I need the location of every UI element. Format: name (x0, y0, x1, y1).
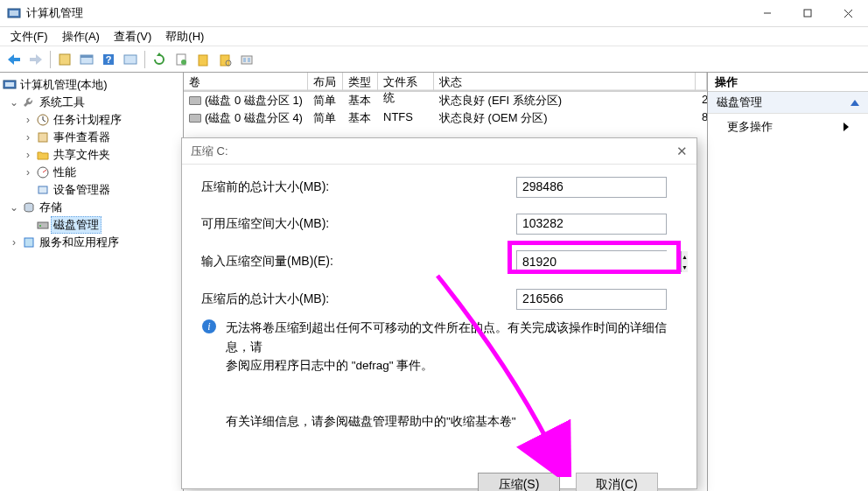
col-end[interactable] (696, 73, 707, 91)
spinner-down-button[interactable]: ▼ (682, 262, 688, 272)
col-fs[interactable]: 文件系统 (378, 73, 434, 91)
svg-text:i: i (207, 320, 210, 333)
tree-services[interactable]: › 服务和应用程序 (2, 234, 181, 251)
cell-layout: 简单 (308, 109, 343, 127)
svg-point-32 (39, 225, 41, 227)
tree-pane: 计算机管理(本地) ⌄ 系统工具 › 任务计划程序 › 事件查看器 › 共享文件… (0, 73, 184, 491)
cell-type: 基本 (343, 92, 378, 109)
tree-shared-label: 共享文件夹 (51, 147, 113, 163)
back-button[interactable] (4, 49, 24, 70)
maximize-button[interactable] (788, 0, 828, 26)
actions-pane: 操作 磁盘管理 更多操作 (708, 73, 868, 491)
tree-diskmgmt[interactable]: 磁盘管理 (2, 216, 181, 234)
tree-perf-label: 性能 (51, 165, 79, 180)
cell-end: 8 (696, 109, 707, 127)
before-value: 298486 (516, 177, 667, 198)
svg-rect-16 (199, 55, 207, 66)
help-icon[interactable]: ? (98, 49, 119, 70)
tree-event-label: 事件查看器 (51, 130, 113, 145)
cancel-button[interactable]: 取消(C) (576, 473, 658, 491)
before-label: 压缩前的总计大小(MB): (201, 179, 516, 195)
expand-icon[interactable]: › (21, 149, 35, 161)
field-after: 压缩后的总计大小(MB): 216566 (201, 289, 677, 310)
tool-icon-1[interactable] (54, 49, 75, 70)
table-header: 卷 布局 类型 文件系统 状态 (184, 73, 707, 92)
tree-event[interactable]: › 事件查看器 (2, 129, 181, 146)
actions-header: 操作 (708, 73, 868, 92)
tool-icon-4[interactable] (171, 49, 192, 70)
menu-help[interactable]: 帮助(H) (158, 27, 211, 46)
tool-icon-6[interactable] (214, 49, 235, 70)
tree-task[interactable]: › 任务计划程序 (2, 111, 181, 129)
shrink-button[interactable]: 压缩(S) (478, 473, 560, 491)
collapse-icon[interactable]: ⌄ (7, 96, 21, 109)
spinner-up-button[interactable]: ▲ (682, 251, 688, 262)
svg-rect-6 (13, 58, 20, 61)
avail-label: 可用压缩空间大小(MB): (201, 216, 516, 232)
col-layout[interactable]: 布局 (308, 73, 343, 91)
table-row[interactable]: (磁盘 0 磁盘分区 4) 简单 基本 NTFS 状态良好 (OEM 分区) 8 (184, 109, 707, 127)
tree-devmgr[interactable]: 设备管理器 (2, 181, 181, 199)
svg-point-15 (181, 60, 186, 65)
svg-rect-33 (24, 238, 33, 247)
window-title: 计算机管理 (26, 5, 747, 21)
tree-devmgr-label: 设备管理器 (51, 182, 113, 198)
svg-rect-1 (10, 11, 18, 16)
device-icon (35, 184, 51, 196)
col-volume[interactable]: 卷 (184, 73, 308, 91)
svg-rect-10 (80, 55, 93, 58)
menu-view[interactable]: 查看(V) (107, 27, 158, 46)
tool-icon-2[interactable] (76, 49, 97, 70)
tree-shared[interactable]: › 共享文件夹 (2, 146, 181, 164)
expand-icon[interactable]: › (21, 166, 35, 179)
expand-icon[interactable]: › (7, 236, 21, 249)
actions-diskmgmt[interactable]: 磁盘管理 (708, 92, 868, 114)
after-label: 压缩后的总计大小(MB): (201, 291, 516, 307)
svg-rect-13 (124, 55, 136, 64)
cell-volume: (磁盘 0 磁盘分区 1) (205, 94, 303, 107)
blank-icon (201, 412, 217, 428)
info-icon: i (201, 319, 217, 334)
toolbar: ? (0, 46, 868, 73)
menu-file[interactable]: 文件(F) (4, 27, 55, 46)
dialog-close-button[interactable]: ✕ (676, 144, 688, 159)
actions-diskmgmt-label: 磁盘管理 (717, 95, 762, 110)
tree-storage[interactable]: ⌄ 存储 (2, 199, 181, 216)
table-row[interactable]: (磁盘 0 磁盘分区 1) 简单 基本 状态良好 (EFI 系统分区) 2 (184, 92, 707, 109)
info-block-1: i 无法将卷压缩到超出任何不可移动的文件所在的点。有关完成该操作时间的详细信息，… (201, 319, 677, 375)
services-icon (21, 236, 37, 249)
refresh-icon[interactable] (149, 49, 170, 70)
tree-services-label: 服务和应用程序 (37, 235, 122, 250)
close-button[interactable] (828, 0, 868, 26)
app-icon (7, 6, 21, 20)
minimize-button[interactable] (747, 0, 788, 26)
tool-icon-5[interactable] (192, 49, 214, 70)
field-avail: 可用压缩空间大小(MB): 103282 (201, 214, 677, 235)
tree-root[interactable]: 计算机管理(本地) (2, 76, 181, 94)
expand-icon[interactable]: › (21, 131, 35, 144)
title-bar: 计算机管理 (0, 0, 868, 27)
cell-fs: NTFS (378, 109, 434, 127)
col-status[interactable]: 状态 (434, 73, 696, 91)
info1-line2: 参阅应用程序日志中的 "defrag" 事件。 (226, 356, 677, 375)
annotation-highlight (508, 241, 681, 274)
field-before: 压缩前的总计大小(MB): 298486 (201, 177, 677, 198)
tool-icon-3[interactable] (120, 49, 141, 70)
collapse-icon[interactable]: ⌄ (7, 201, 21, 214)
actions-more[interactable]: 更多操作 (708, 114, 868, 140)
tree-systools[interactable]: ⌄ 系统工具 (2, 94, 181, 111)
tool-icon-7[interactable] (236, 49, 257, 70)
menu-action[interactable]: 操作(A) (55, 27, 107, 46)
volume-icon (189, 96, 201, 105)
tree-diskmgmt-label: 磁盘管理 (51, 216, 102, 234)
expand-icon[interactable]: › (21, 114, 35, 126)
cell-layout: 简单 (308, 92, 343, 109)
tree-perf[interactable]: › 性能 (2, 164, 181, 181)
svg-rect-20 (243, 58, 246, 62)
svg-rect-21 (248, 58, 250, 62)
event-icon (35, 131, 51, 144)
clock-icon (35, 114, 51, 126)
col-type[interactable]: 类型 (343, 73, 378, 91)
tree-systools-label: 系统工具 (37, 95, 88, 110)
forward-button[interactable] (25, 49, 46, 70)
